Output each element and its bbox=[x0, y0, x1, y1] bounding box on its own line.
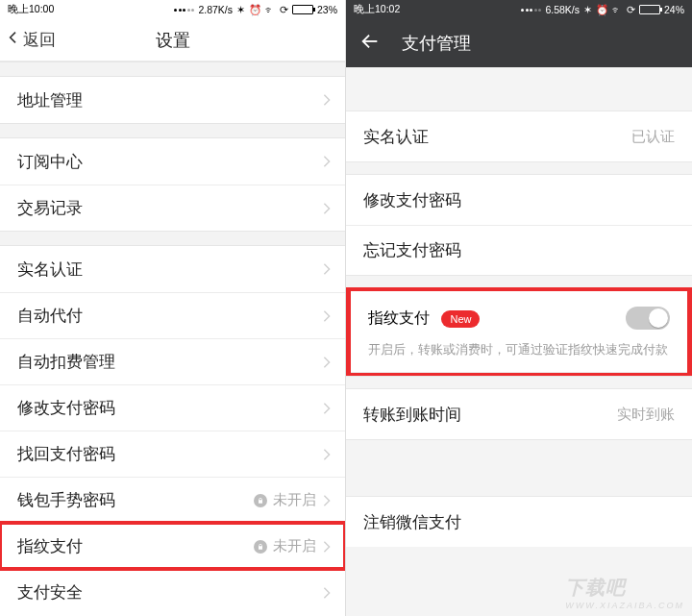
row-realname[interactable]: 实名认证 bbox=[0, 246, 345, 292]
row-changepw[interactable]: 修改支付密码 bbox=[346, 175, 692, 225]
chevron-right-icon bbox=[322, 155, 332, 168]
alarm-icon: ⏰ bbox=[596, 4, 608, 16]
section-gap bbox=[346, 439, 692, 497]
battery-icon bbox=[292, 5, 313, 14]
row-label: 修改支付密码 bbox=[17, 397, 115, 419]
back-button[interactable]: 返回 bbox=[6, 19, 56, 61]
row-unregister[interactable]: 注销微信支付 bbox=[346, 497, 692, 547]
row-label: 忘记支付密码 bbox=[363, 239, 461, 261]
status-time: 晚上10:00 bbox=[8, 3, 54, 16]
row-label: 修改支付密码 bbox=[363, 189, 461, 211]
fingerprint-block: 指纹支付 New 开启后，转账或消费时，可通过验证指纹快速完成付款 bbox=[346, 287, 692, 377]
chevron-left-icon bbox=[6, 30, 21, 50]
chevron-right-icon bbox=[322, 540, 332, 554]
row-label: 地址管理 bbox=[17, 89, 83, 111]
row-label: 指纹支付 bbox=[368, 309, 430, 326]
row-findpw[interactable]: 找回支付密码 bbox=[0, 431, 345, 477]
page-title: 支付管理 bbox=[402, 32, 471, 55]
chevron-right-icon bbox=[322, 494, 332, 507]
section-gap bbox=[0, 62, 345, 77]
chevron-right-icon bbox=[322, 262, 332, 276]
section-gap bbox=[346, 67, 692, 111]
row-label: 自动扣费管理 bbox=[17, 351, 115, 373]
row-label: 钱包手势密码 bbox=[17, 489, 115, 511]
section-gap bbox=[346, 547, 692, 616]
row-status: 未开启 bbox=[273, 491, 316, 509]
chevron-right-icon bbox=[322, 586, 332, 600]
status-bar: 晚上10:00 2.87K/s ✶ ⏰ ᯤ ⟳ 23% bbox=[0, 0, 345, 19]
section-gap bbox=[346, 376, 692, 389]
chevron-right-icon bbox=[322, 93, 332, 107]
chevron-right-icon bbox=[322, 309, 332, 323]
chevron-right-icon bbox=[322, 202, 332, 215]
fingerprint-desc: 开启后，转账或消费时，可通过验证指纹快速完成付款 bbox=[351, 341, 687, 373]
page-title: 设置 bbox=[156, 29, 190, 52]
row-value: 已认证 bbox=[631, 128, 675, 146]
lock-icon bbox=[254, 540, 267, 554]
section-gap bbox=[346, 275, 692, 288]
status-indicators: 6.58K/s ✶ ⏰ ᯤ ⟳ 24% bbox=[521, 4, 684, 16]
status-time: 晚上10:02 bbox=[354, 3, 400, 16]
row-value: 实时到账 bbox=[617, 406, 675, 424]
row-label: 转账到账时间 bbox=[363, 404, 461, 426]
header: 返回 设置 bbox=[0, 19, 345, 62]
row-realname[interactable]: 实名认证 已认证 bbox=[346, 111, 692, 161]
section-gap bbox=[346, 161, 692, 175]
row-autodeduct[interactable]: 自动扣费管理 bbox=[0, 338, 345, 384]
row-forgotpw[interactable]: 忘记支付密码 bbox=[346, 225, 692, 275]
chevron-right-icon bbox=[322, 448, 332, 461]
row-label: 指纹支付 bbox=[17, 535, 83, 557]
row-label: 实名认证 bbox=[363, 126, 429, 148]
status-net: 2.87K/s bbox=[198, 4, 233, 15]
new-badge: New bbox=[441, 310, 480, 328]
row-status: 未开启 bbox=[273, 537, 316, 555]
status-battery: 23% bbox=[317, 4, 337, 15]
back-label: 返回 bbox=[23, 29, 56, 51]
row-changepw[interactable]: 修改支付密码 bbox=[0, 384, 345, 431]
battery-icon bbox=[639, 5, 660, 14]
status-net: 6.58K/s bbox=[545, 4, 580, 15]
row-label: 实名认证 bbox=[17, 259, 83, 281]
row-label: 支付安全 bbox=[17, 581, 83, 604]
signal-icon bbox=[521, 9, 541, 12]
wifi-icon: ᯤ bbox=[612, 4, 623, 15]
row-gesture[interactable]: 钱包手势密码 未开启 bbox=[0, 477, 345, 523]
signal-icon bbox=[174, 9, 194, 12]
back-button[interactable] bbox=[359, 31, 381, 56]
fingerprint-toggle[interactable] bbox=[626, 307, 670, 330]
row-label: 注销微信支付 bbox=[363, 511, 461, 533]
wifi-icon: ᯤ bbox=[265, 4, 276, 15]
alarm-icon: ⏰ bbox=[249, 4, 261, 16]
status-bar: 晚上10:02 6.58K/s ✶ ⏰ ᯤ ⟳ 24% bbox=[346, 0, 692, 19]
bluetooth-icon: ✶ bbox=[236, 4, 245, 15]
payment-manage-screen: 晚上10:02 6.58K/s ✶ ⏰ ᯤ ⟳ 24% 支付管理 实名认证 已认… bbox=[346, 0, 692, 616]
row-fingerprint[interactable]: 指纹支付 未开启 bbox=[0, 523, 345, 569]
row-label: 交易记录 bbox=[17, 197, 83, 219]
row-label: 找回支付密码 bbox=[17, 443, 115, 465]
row-label: 自动代付 bbox=[17, 305, 83, 327]
row-security[interactable]: 支付安全 bbox=[0, 569, 345, 615]
status-indicators: 2.87K/s ✶ ⏰ ᯤ ⟳ 23% bbox=[174, 4, 337, 16]
chevron-right-icon bbox=[322, 402, 332, 415]
header: 支付管理 bbox=[346, 19, 692, 67]
row-subscribe[interactable]: 订阅中心 bbox=[0, 138, 345, 185]
section-gap bbox=[0, 123, 345, 138]
settings-screen: 晚上10:00 2.87K/s ✶ ⏰ ᯤ ⟳ 23% 返回 设置 地址管理 订… bbox=[0, 0, 346, 616]
lock-icon bbox=[254, 494, 267, 507]
row-address[interactable]: 地址管理 bbox=[0, 77, 345, 123]
row-fingerprint: 指纹支付 New bbox=[351, 291, 687, 341]
chevron-right-icon bbox=[322, 356, 332, 369]
rotate-icon: ⟳ bbox=[627, 4, 635, 15]
row-arrival[interactable]: 转账到账时间 实时到账 bbox=[346, 389, 692, 439]
status-battery: 24% bbox=[664, 4, 684, 15]
row-autopay[interactable]: 自动代付 bbox=[0, 292, 345, 338]
bluetooth-icon: ✶ bbox=[583, 4, 592, 15]
section-gap bbox=[0, 231, 345, 246]
row-transactions[interactable]: 交易记录 bbox=[0, 185, 345, 231]
row-label: 订阅中心 bbox=[17, 151, 83, 173]
rotate-icon: ⟳ bbox=[280, 4, 288, 15]
